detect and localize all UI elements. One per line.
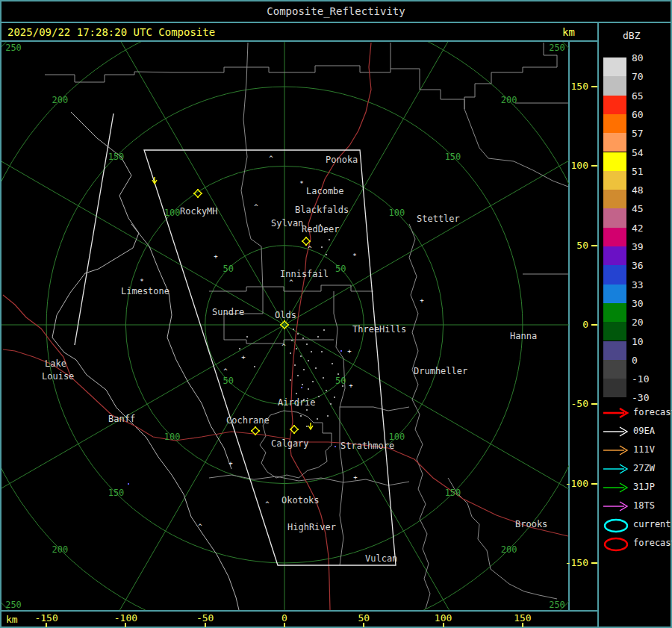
precip-echo-weak <box>340 350 342 352</box>
precip-echo <box>303 369 305 370</box>
radar-site-diamond-dot <box>255 426 256 428</box>
park-boundary <box>131 224 231 469</box>
precip-echo <box>317 418 318 420</box>
legend-item: 18TS <box>602 497 671 516</box>
scale-boundary-label: 48 <box>632 184 662 196</box>
radar-site-diamond-dot <box>193 193 195 194</box>
town-marker: + <box>214 252 218 260</box>
bottom-axis-tick <box>205 623 206 627</box>
range-ring-label: 150 <box>108 152 125 162</box>
precip-echo <box>315 367 317 369</box>
scale-boundary-label: 0 <box>632 355 662 366</box>
park-boundary <box>52 112 239 610</box>
town-marker: + <box>347 347 352 355</box>
city-label: Cochrane <box>226 415 270 426</box>
radar-site-diamond-dot <box>201 193 202 194</box>
county-boundary <box>241 43 263 291</box>
city-label: Hanna <box>510 331 537 341</box>
precip-echo <box>330 403 332 405</box>
scale-boundary-label: 42 <box>632 223 662 234</box>
legend-item: forecast <box>602 404 671 423</box>
precip-echo <box>302 384 303 385</box>
scale-block <box>603 265 626 284</box>
precip-echo <box>311 351 312 352</box>
bottom-axis-unit-label: km <box>6 614 18 625</box>
precip-echo <box>254 366 255 367</box>
county-boundary <box>409 224 430 609</box>
frame-title-underline <box>0 22 672 23</box>
precip-echo <box>239 348 240 349</box>
legend-arrow-icon <box>602 406 632 421</box>
city-label: HighRiver <box>287 522 336 532</box>
town-marker: ^ <box>289 279 293 286</box>
range-ring-label: 50 <box>223 264 234 274</box>
radar-site-diamond-dot <box>302 240 303 242</box>
scale-block <box>603 341 626 360</box>
bottom-axis-tick-label: 50 <box>341 612 386 624</box>
right-axis-tick <box>591 403 597 405</box>
right-axis-tick <box>591 245 597 246</box>
town-marker: * <box>299 180 303 187</box>
city-label: Lacombe <box>306 186 344 196</box>
window-title: Composite_Reflectivity <box>0 5 672 17</box>
precip-echo <box>332 363 333 364</box>
range-ring-label: 100 <box>164 432 181 442</box>
range-ring-label: 250 <box>549 43 565 53</box>
scale-unit-label: dBZ <box>623 30 640 41</box>
scale-block <box>603 152 626 171</box>
right-axis-tick <box>591 483 597 485</box>
scale-boundary-label: 45 <box>632 203 662 214</box>
range-ring-label: 250 <box>549 600 565 610</box>
range-ring-label: 200 <box>501 95 517 105</box>
precip-echo <box>321 351 323 352</box>
precip-echo <box>334 397 335 398</box>
legend-item: forecast <box>602 535 671 553</box>
precip-echo <box>321 246 323 248</box>
scale-block <box>603 360 626 379</box>
city-label: Stettler <box>417 214 460 224</box>
precip-echo <box>294 364 296 366</box>
town-marker: ^ <box>308 245 312 252</box>
radar-site-diamond-icon <box>302 237 310 245</box>
legend-item: 111V <box>602 441 671 460</box>
radar-site-diamond-dot <box>197 196 199 198</box>
legend-item-label: current <box>633 519 671 529</box>
radar-site-diamond-dot <box>280 324 281 326</box>
town-marker: ^ <box>269 155 273 162</box>
precip-echo <box>327 415 329 417</box>
radar-site-diamond-dot <box>251 430 252 432</box>
bottom-axis-tick <box>443 623 444 627</box>
legend-item-label: 09EA <box>633 426 655 436</box>
precip-echo <box>308 388 309 390</box>
range-ring-label: 150 <box>108 488 125 498</box>
precip-echo <box>297 375 299 376</box>
bottom-axis-tick-label: 150 <box>500 612 545 624</box>
scale-block <box>603 76 626 95</box>
legend-arrow-icon <box>602 425 632 440</box>
county-boundary <box>172 66 420 72</box>
county-boundary <box>464 109 568 187</box>
legend-item-label: 111V <box>633 444 655 455</box>
scale-block <box>603 228 626 246</box>
legend-arrow-icon <box>602 481 632 496</box>
legend-arrow-icon <box>602 500 632 514</box>
right-axis-tick <box>591 165 597 167</box>
radar-site-diamond-dot <box>293 425 295 426</box>
scale-boundary-label: 33 <box>632 279 662 290</box>
scale-block <box>603 57 626 76</box>
precip-echo <box>290 379 291 381</box>
town-marker: ^ <box>265 500 270 508</box>
radar-map-canvas[interactable]: 5050505010010010010015015015015020020020… <box>1 42 569 610</box>
scale-block <box>603 322 626 341</box>
precip-echo <box>246 336 248 338</box>
city-label: Blackfalds <box>295 205 349 215</box>
town-marker: ^ <box>198 523 202 530</box>
precip-echo <box>306 343 308 345</box>
precip-echo <box>318 396 320 397</box>
range-ring-label: 50 <box>335 264 346 274</box>
precip-echo-weak <box>335 446 336 447</box>
city-label: ThreeHills <box>352 324 406 335</box>
legend-item-label: 27ZW <box>633 463 655 473</box>
scale-boundary-label: 70 <box>632 71 662 82</box>
bottom-axis-tick-label: -150 <box>24 612 69 624</box>
